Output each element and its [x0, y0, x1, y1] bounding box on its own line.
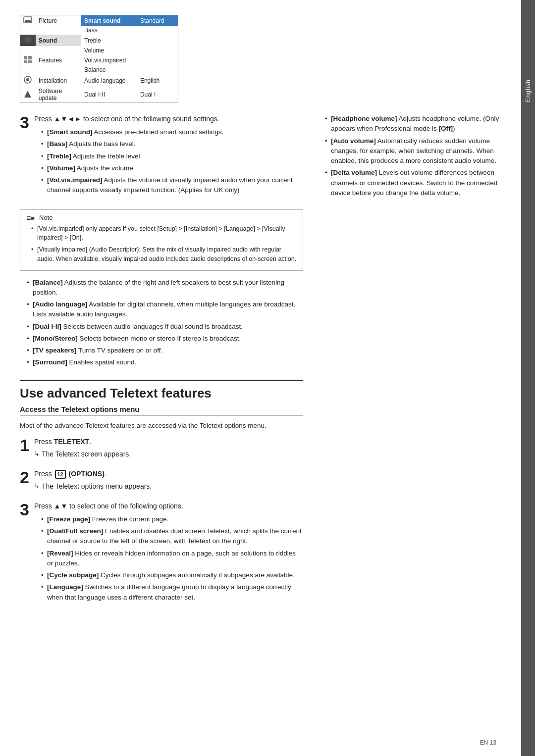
menu-value-7: Dual I [137, 87, 178, 102]
section2-step-text-1: Press TELETEXT. [34, 437, 303, 447]
section2-bullet: [Dual/Full screen] Enables and disables … [41, 526, 303, 547]
menu-icon-0 [20, 15, 36, 26]
menu-item-0: Smart sound [81, 15, 137, 26]
menu-value-5 [137, 65, 178, 74]
section2-step-2: 2Press 12 (OPTIONS).↳ The Teletext optio… [20, 469, 303, 492]
step-sub-text: The Teletext options menu appears. [42, 482, 152, 490]
continued-bullet: [Surround] Enables spatial sound. [27, 357, 303, 367]
menu-category-2: Sound [36, 35, 81, 46]
menu-icon-2 [20, 35, 36, 46]
section2-step-text-2: Press 12 (OPTIONS). [34, 469, 303, 479]
main-content: PictureSmart soundStandardBassSoundTrebl… [0, 0, 521, 756]
section2-step3-text: Press ▲▼ to select one of the following … [34, 501, 303, 511]
section2-step3-bullets: [Freeze page] Freezes the current page.[… [34, 514, 303, 603]
menu-icon-1 [20, 26, 36, 35]
arrow-icon: ↳ [34, 482, 40, 490]
menu-icon-6 [20, 74, 36, 87]
continued-bullets: [Balance] Adjusts the balance of the rig… [20, 278, 303, 368]
step-sub-item: ↳ The Teletext options menu appears. [34, 482, 303, 490]
menu-item-2: Treble [81, 35, 137, 46]
menu-item-7: Dual I-II [81, 87, 137, 102]
continued-bullet: [Balance] Adjusts the balance of the rig… [27, 278, 303, 298]
language-tab: English [521, 0, 535, 756]
section2-step-1: 1Press TELETEXT.↳ The Teletext screen ap… [20, 437, 303, 460]
menu-category-7: Software update [36, 87, 81, 102]
menu-item-4: Vol.vis.impaired [81, 55, 137, 65]
section2-step-content-3: Press ▲▼ to select one of the following … [34, 501, 303, 607]
section2-intro: Most of the advanced Teletext features a… [20, 421, 303, 431]
step3-bullet: [Bass] Adjusts the bass level. [41, 139, 303, 149]
step3-bullet: [Smart sound] Accesses pre-defined smart… [41, 127, 303, 137]
step3-intro: Press ▲▼◄► to select one of the followin… [34, 114, 303, 124]
menu-category-5 [36, 65, 81, 74]
right-bullet: [Headphone volume] Adjusts headphone vol… [325, 114, 501, 134]
section2-steps: 1Press TELETEXT.↳ The Teletext screen ap… [20, 437, 303, 607]
section2-step-3: 3Press ▲▼ to select one of the following… [20, 501, 303, 607]
step3-bullet: [Volume] Adjusts the volume. [41, 163, 303, 173]
options-badge: 12 [55, 470, 66, 479]
svg-marker-9 [24, 91, 31, 98]
menu-category-1 [36, 26, 81, 35]
note-bullet: [Visually impaired] (Audio Descriptor): … [31, 245, 297, 264]
note-body: [Vol.vis.imparied] only appears if you s… [26, 224, 297, 264]
menu-category-4: Features [36, 55, 81, 65]
page-container: PictureSmart soundStandardBassSoundTrebl… [0, 0, 535, 756]
step-sub-text: The Teletext screen appears. [42, 450, 131, 458]
menu-category-6: Installation [36, 74, 81, 87]
arrow-icon: ↳ [34, 450, 40, 457]
menu-value-2 [137, 35, 178, 46]
menu-item-5: Balance [81, 65, 137, 74]
menu-icon-4 [20, 55, 36, 65]
note-header: ≡ Note [26, 214, 297, 221]
menu-item-1: Bass [81, 26, 137, 35]
svg-rect-6 [28, 60, 32, 63]
step3-number: 3 [20, 114, 29, 131]
section2-bullet: [Cycle subpage] Cycles through subpages … [41, 570, 303, 580]
svg-rect-1 [25, 20, 31, 22]
menu-table: PictureSmart soundStandardBassSoundTrebl… [20, 15, 178, 103]
section2-step-number-3: 3 [20, 501, 29, 518]
menu-item-3: Volume [81, 46, 137, 55]
step3-bullets: [Smart sound] Accesses pre-defined smart… [34, 127, 303, 196]
step3-bullet: [Treble] Adjusts the treble level. [41, 151, 303, 161]
step3-section: 3 Press ▲▼◄► to select one of the follow… [20, 114, 303, 201]
two-col-layout: 3 Press ▲▼◄► to select one of the follow… [20, 114, 501, 616]
menu-icon-5 [20, 65, 36, 74]
svg-point-2 [24, 36, 31, 43]
right-column: [Headphone volume] Adjusts headphone vol… [318, 114, 501, 616]
right-bullet: [Delta volume] Levels out volume differe… [325, 168, 501, 198]
section2-step-number-1: 1 [20, 437, 29, 454]
menu-item-6: Audio language [81, 74, 137, 87]
continued-bullet: [Dual I-II] Selects between audio langua… [27, 322, 303, 332]
section2-step-content-2: Press 12 (OPTIONS).↳ The Teletext option… [34, 469, 303, 492]
menu-value-1 [137, 26, 178, 35]
menu-icon-7 [20, 87, 36, 102]
menu-category-3 [36, 46, 81, 55]
section2-subheading: Access the Teletext options menu [20, 405, 303, 416]
menu-icon-3 [20, 46, 36, 55]
svg-rect-3 [24, 56, 27, 59]
section2-bullet: [Language] Switches to a different langu… [41, 582, 303, 603]
left-column: 3 Press ▲▼◄► to select one of the follow… [20, 114, 303, 616]
section2-bullet: [Freeze page] Freezes the current page. [41, 514, 303, 524]
step3-bullet: [Vol.vis.impaired] Adjusts the volume of… [41, 175, 303, 196]
menu-category-0: Picture [36, 15, 81, 26]
continued-bullet: [Mono/Stereo] Selects between mono or st… [27, 334, 303, 344]
step-sub-item: ↳ The Teletext screen appears. [34, 450, 303, 458]
svg-rect-4 [28, 56, 32, 59]
note-icon: ≡ [26, 214, 36, 221]
language-tab-label: English [525, 79, 532, 102]
section2-bullet: [Reveal] Hides or reveals hidden informa… [41, 549, 303, 569]
page-number: EN 13 [480, 739, 496, 746]
section2-heading: Use advanced Teletext features [20, 380, 303, 401]
section2-step-number-2: 2 [20, 469, 29, 486]
menu-value-4 [137, 55, 178, 65]
page-footer: EN 13 [480, 739, 496, 746]
section2-step-content-1: Press TELETEXT.↳ The Teletext screen app… [34, 437, 303, 460]
menu-value-0: Standard [137, 15, 178, 26]
right-bullets: [Headphone volume] Adjusts headphone vol… [318, 114, 501, 198]
note-bullet: [Vol.vis.imparied] only appears if you s… [31, 224, 297, 243]
right-bullet: [Auto volume] Automatically reduces sudd… [325, 136, 501, 166]
menu-value-3 [137, 46, 178, 55]
step3-content: Press ▲▼◄► to select one of the followin… [34, 114, 303, 201]
